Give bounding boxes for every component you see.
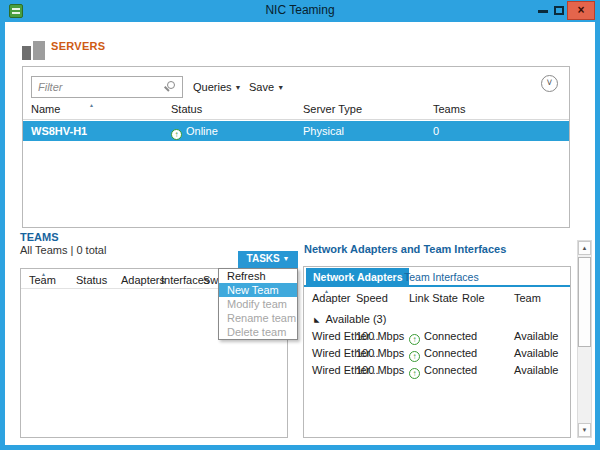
adapters-table-header: ▲ Adapter Speed Link State Role Team [304,289,570,307]
caret-down-icon: ▼ [283,255,290,262]
online-status-icon: ↑ [171,129,182,140]
column-header-team[interactable]: Team [514,292,541,304]
window-content: SERVERS Queries ▼ Save ▼ ˅ Name ▲ Status… [5,22,595,445]
tasks-dropdown-button[interactable]: TASKS ▼ [238,251,298,268]
available-group-header[interactable]: ◢Available (3) [314,313,386,325]
column-header-adapters[interactable]: Adapters [121,274,165,286]
minimize-button[interactable] [538,10,548,13]
adapter-row[interactable]: Wired Ether... 100 Mbps ↑Connected Avail… [304,346,570,362]
title-bar: NIC Teaming × [0,0,600,22]
connected-status-icon: ↑ [409,368,420,379]
column-header-team[interactable]: Team [29,274,56,286]
server-row-selected[interactable]: WS8HV-H1 ↑Online Physical 0 [23,121,569,141]
column-header-adapter[interactable]: Adapter [312,292,351,304]
column-header-status[interactable]: Status [76,274,107,286]
adapter-speed: 100 Mbps [356,347,404,359]
server-name: WS8HV-H1 [31,125,87,137]
adapter-link-state: ↑Connected [409,364,477,379]
search-icon [167,81,175,89]
filter-input[interactable] [31,76,183,98]
adapters-tabbar: Network Adapters Team Interfaces [304,267,570,287]
adapter-team: Available [514,347,558,359]
column-header-role[interactable]: Role [462,292,485,304]
adapter-row[interactable]: Wired Ether... 100 Mbps ↑Connected Avail… [304,363,570,379]
menu-item-delete-team: Delete team [219,325,297,339]
column-header-link-state[interactable]: Link State [409,292,458,304]
menu-item-modify-team: Modify team [219,297,297,311]
servers-table-header: Name ▲ Status Server Type Teams [23,100,569,120]
connected-status-icon: ↑ [409,351,420,362]
adapter-speed: 100 Mbps [356,330,404,342]
server-status: ↑Online [171,125,218,140]
adapters-heading: Network Adapters and Team Interfaces [304,243,506,255]
group-label: Available (3) [325,313,386,325]
servers-icon [22,38,46,60]
connected-status-icon: ↑ [409,334,420,345]
teams-subtitle: All Teams | 0 total [20,244,106,256]
column-header-speed[interactable]: Speed [356,292,388,304]
scroll-up-button[interactable]: ▲ [578,241,591,255]
adapter-team: Available [514,364,558,376]
column-header-name[interactable]: Name [31,103,60,115]
servers-heading: SERVERS [51,40,105,52]
sort-ascending-icon: ▲ [89,102,94,108]
window-title: NIC Teaming [0,3,600,17]
menu-item-rename-team: Rename team [219,311,297,325]
collapse-panel-button[interactable]: ˅ [541,75,558,92]
adapters-panel: Network Adapters Team Interfaces ▲ Adapt… [303,266,571,438]
vertical-scrollbar[interactable]: ▲ ▼ [577,240,592,438]
adapter-speed: 100 Mbps [356,364,404,376]
scroll-down-button[interactable]: ▼ [578,423,591,437]
server-type: Physical [303,125,344,137]
column-header-teams[interactable]: Teams [433,103,465,115]
nic-teaming-window: NIC Teaming × SERVERS Queries ▼ Save ▼ ˅… [0,0,600,450]
adapter-link-state: ↑Connected [409,347,477,362]
teams-heading: TEAMS [20,231,59,243]
maximize-button[interactable] [554,6,564,15]
close-button[interactable]: × [567,1,595,20]
caret-down-icon: ▼ [235,84,242,91]
queries-dropdown[interactable]: Queries ▼ [193,81,242,93]
menu-item-refresh[interactable]: Refresh [219,269,297,283]
tab-network-adapters[interactable]: Network Adapters [306,268,409,287]
servers-panel: Queries ▼ Save ▼ ˅ Name ▲ Status Server … [22,66,570,228]
tasks-menu: Refresh New Team Modify team Rename team… [218,268,298,340]
column-header-status[interactable]: Status [171,103,202,115]
caret-down-icon: ▼ [277,84,284,91]
tab-team-interfaces[interactable]: Team Interfaces [404,271,479,283]
server-teams-count: 0 [433,125,439,137]
scrollbar-thumb[interactable] [578,257,591,347]
menu-item-new-team[interactable]: New Team [219,283,297,297]
adapter-row[interactable]: Wired Ether... 100 Mbps ↑Connected Avail… [304,329,570,345]
adapter-team: Available [514,330,558,342]
adapter-link-state: ↑Connected [409,330,477,345]
column-header-server-type[interactable]: Server Type [303,103,362,115]
save-dropdown[interactable]: Save ▼ [249,81,284,93]
group-expanded-icon: ◢ [314,316,319,324]
